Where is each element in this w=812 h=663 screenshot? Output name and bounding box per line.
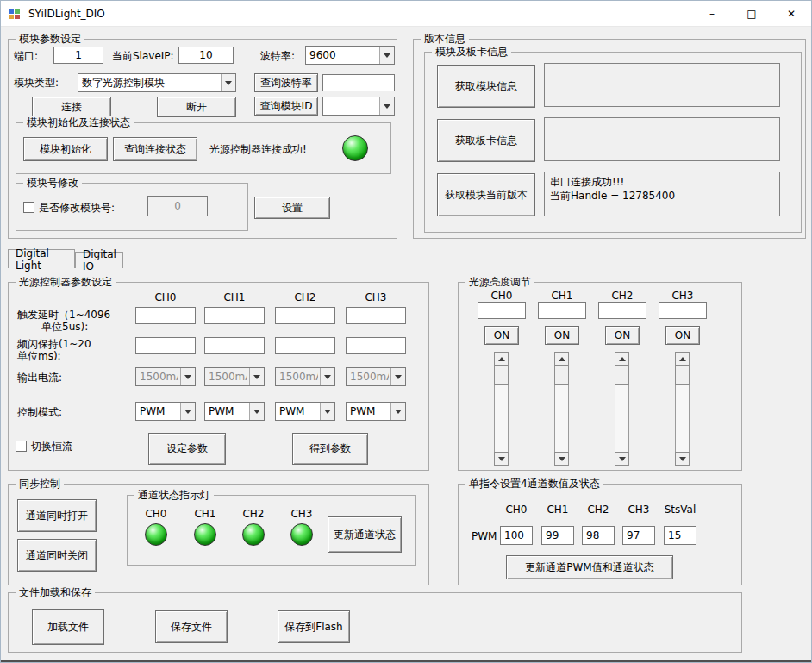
light-params-ch2-header: CH2 (275, 291, 335, 303)
chevron-down-icon[interactable] (379, 47, 394, 64)
scrollbar-down-icon[interactable] (675, 452, 690, 466)
scrollbar-up-icon[interactable] (494, 352, 509, 366)
set-module-no-button[interactable]: 设置 (254, 197, 330, 219)
chevron-down-icon[interactable] (390, 403, 405, 420)
slave-ip-input[interactable] (178, 47, 234, 64)
query-baud-button[interactable]: 查询波特率 (254, 73, 318, 92)
stsval-input[interactable] (664, 526, 696, 545)
update-pwm-status-button[interactable]: 更新通道PWM值和通道状态 (506, 555, 673, 579)
init-status-group: 模块初始化及连接状态 模块初始化 查询连接状态 光源控制器连接成功! (16, 122, 391, 174)
save-to-flash-button[interactable]: 保存到Flash (278, 610, 350, 643)
strobe-hold-ch3-input[interactable] (346, 337, 406, 354)
brightness-scrollbar-ch3[interactable] (675, 352, 690, 466)
modify-module-no-label: 是否修改模块号: (39, 202, 115, 214)
query-module-id-button[interactable]: 查询模块ID (254, 97, 318, 116)
get-module-info-button[interactable]: 获取模块信息 (437, 65, 535, 108)
baud-select[interactable]: 9600 (305, 46, 395, 65)
tab-digital-light[interactable]: Digital Light (8, 249, 75, 268)
pwm-ch1-input[interactable] (541, 526, 574, 545)
output-current-ch3-select: 1500mA (346, 367, 406, 386)
brightness-scrollbar-ch1[interactable] (554, 352, 569, 466)
scrollbar-thumb[interactable] (615, 366, 629, 385)
control-mode-ch2-select[interactable]: PWM (275, 402, 335, 421)
get-params-button[interactable]: 得到参数 (292, 433, 368, 465)
chevron-down-icon[interactable] (221, 74, 235, 91)
port-input[interactable] (53, 47, 103, 64)
module-no-group-title: 模块号修改 (23, 177, 82, 189)
close-button[interactable]: ✕ (771, 1, 811, 27)
trigger-delay-ch1-input[interactable] (204, 307, 265, 324)
brightness-ch0-input[interactable] (478, 302, 526, 319)
control-mode-ch0-select[interactable]: PWM (135, 402, 196, 421)
scrollbar-up-icon[interactable] (554, 352, 569, 366)
on-button-ch3[interactable]: ON (665, 326, 700, 345)
minimize-button[interactable]: – (692, 1, 732, 27)
disconnect-button[interactable]: 断开 (157, 97, 236, 117)
pwm-ch0-input[interactable] (500, 526, 533, 545)
on-button-ch1[interactable]: ON (545, 326, 579, 345)
scrollbar-down-icon[interactable] (615, 452, 629, 466)
module-init-button[interactable]: 模块初始化 (23, 137, 108, 161)
brightness-scrollbar-ch0[interactable] (494, 352, 509, 466)
set-params-button[interactable]: 设定参数 (148, 433, 226, 465)
scrollbar-thumb[interactable] (675, 366, 690, 385)
indicator-ch3-header: CH3 (284, 508, 319, 520)
window-controls: – □ ✕ (692, 1, 811, 27)
single-cmd-ch3-header: CH3 (622, 504, 655, 516)
current-handle-text: 当前Handle = 12785400 (550, 189, 774, 203)
constant-current-checkbox[interactable] (16, 441, 27, 452)
tab-digital-io[interactable]: Digital IO (75, 252, 123, 268)
strobe-hold-label-line1: 频闪保持(1~20 (17, 338, 91, 350)
brightness-group-title: 光源亮度调节 (465, 276, 534, 288)
chevron-down-icon[interactable] (379, 97, 394, 115)
query-connection-status-button[interactable]: 查询连接状态 (113, 137, 197, 161)
scrollbar-up-icon[interactable] (615, 352, 629, 366)
single-command-group-title: 单指令设置4通道数值及状态 (465, 478, 603, 490)
strobe-hold-ch1-input[interactable] (204, 337, 265, 354)
chevron-down-icon[interactable] (249, 403, 264, 420)
connection-status-led (342, 135, 368, 161)
scrollbar-thumb[interactable] (554, 366, 569, 385)
get-module-version-button[interactable]: 获取模块当前版本 (437, 173, 535, 216)
brightness-ch0-header: CH0 (478, 290, 526, 302)
control-mode-ch1-select[interactable]: PWM (204, 402, 265, 421)
pwm-ch3-input[interactable] (622, 526, 655, 545)
on-button-ch2[interactable]: ON (605, 326, 640, 345)
scrollbar-up-icon[interactable] (675, 352, 690, 366)
file-ops-group: 文件加载和保存 加载文件 保存文件 保存到Flash (8, 592, 742, 653)
strobe-hold-ch0-input[interactable] (135, 337, 196, 354)
brightness-ch3-input[interactable] (659, 302, 707, 319)
scrollbar-down-icon[interactable] (494, 452, 509, 466)
pwm-ch2-input[interactable] (582, 526, 615, 545)
brightness-ch1-input[interactable] (538, 302, 586, 319)
brightness-ch2-input[interactable] (598, 302, 646, 319)
close-all-channels-button[interactable]: 通道同时关闭 (17, 539, 97, 572)
channel-led-ch1 (194, 523, 216, 546)
constant-current-label: 切换恒流 (31, 441, 72, 453)
module-id-select[interactable] (322, 97, 395, 116)
save-file-button[interactable]: 保存文件 (155, 610, 228, 643)
open-all-channels-button[interactable]: 通道同时打开 (17, 499, 97, 532)
update-channel-status-button[interactable]: 更新通道状态 (328, 516, 402, 553)
trigger-delay-ch2-input[interactable] (275, 307, 335, 324)
trigger-delay-ch3-input[interactable] (346, 307, 406, 324)
modify-module-no-checkbox[interactable] (23, 202, 34, 213)
trigger-delay-ch0-input[interactable] (135, 307, 196, 324)
on-button-ch0[interactable]: ON (484, 326, 519, 345)
control-mode-ch3-select[interactable]: PWM (346, 402, 406, 421)
query-baud-result-input[interactable] (322, 74, 395, 91)
maximize-button[interactable]: □ (732, 1, 771, 27)
brightness-scrollbar-ch2[interactable] (615, 352, 629, 466)
connect-button[interactable]: 连接 (32, 97, 111, 117)
get-board-info-button[interactable]: 获取板卡信息 (437, 119, 535, 162)
chevron-down-icon[interactable] (180, 403, 195, 420)
load-file-button[interactable]: 加载文件 (32, 609, 104, 645)
scrollbar-down-icon[interactable] (554, 452, 569, 466)
control-mode-label: 控制模式: (17, 406, 62, 418)
strobe-hold-ch2-input[interactable] (275, 337, 335, 354)
scrollbar-thumb[interactable] (494, 366, 509, 385)
connection-status-text: 光源控制器连接成功! (209, 143, 307, 155)
chevron-down-icon[interactable] (320, 403, 334, 420)
brightness-ch2-header: CH2 (598, 290, 646, 302)
module-type-select[interactable]: 数字光源控制模块 (78, 73, 236, 92)
